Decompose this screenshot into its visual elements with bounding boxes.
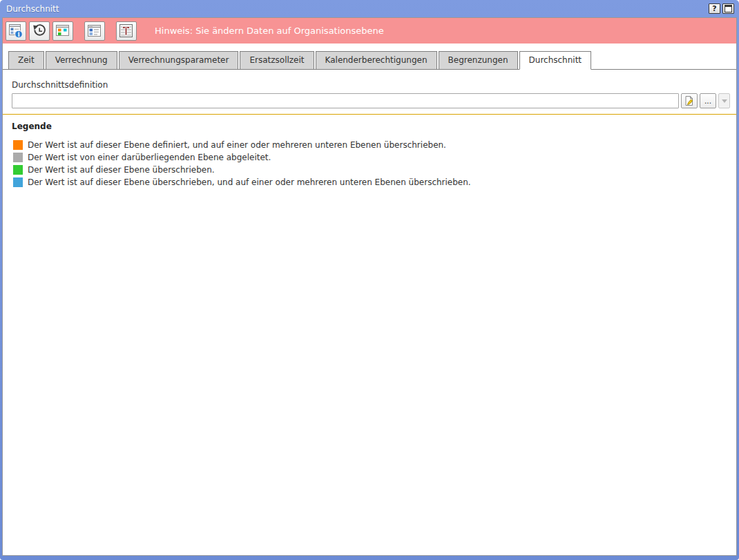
legend-item: Der Wert ist auf dieser Ebene überschrie… — [12, 177, 727, 187]
tab-ersatzsollzeit[interactable]: Ersatzsollzeit — [240, 51, 314, 70]
text-format-icon — [119, 23, 134, 39]
durchschnittsdefinition-row: ... — [12, 93, 730, 108]
app-window: Durchschnitt ? i — [0, 0, 739, 560]
empty-content-area — [3, 190, 736, 555]
form-section: Durchschnittsdefinition ... — [3, 70, 736, 108]
toolbar: i — [3, 18, 736, 44]
window-button[interactable] — [722, 3, 734, 14]
chevron-down-icon — [722, 99, 727, 103]
durchschnittsdefinition-label: Durchschnittsdefinition — [12, 80, 730, 90]
durchschnittsdefinition-input[interactable] — [12, 93, 679, 108]
edit-definition-button[interactable] — [681, 93, 698, 108]
org-info-icon: i — [8, 23, 23, 39]
legend-colors-button[interactable] — [52, 21, 73, 41]
restore-window-icon — [724, 5, 732, 12]
legend-text: Der Wert ist auf dieser Ebene überschrie… — [28, 165, 215, 175]
ellipsis-label: ... — [704, 96, 711, 106]
history-icon — [32, 23, 47, 39]
definition-dropdown-button[interactable] — [718, 93, 730, 108]
title-bar: Durchschnitt ? — [2, 0, 737, 17]
legend-text: Der Wert ist von einer darüberliegenden … — [28, 153, 271, 162]
edit-document-icon — [684, 95, 695, 106]
tab-verrechnung[interactable]: Verrechnung — [46, 51, 117, 70]
legend-heading: Legende — [12, 122, 727, 131]
master-detail-icon — [87, 23, 102, 39]
legend-swatch-gray — [13, 153, 23, 162]
legend-item: Der Wert ist von einer darüberliegenden … — [12, 153, 727, 162]
window-title: Durchschnitt — [6, 4, 707, 14]
tab-verrechnungsparameter[interactable]: Verrechnungsparameter — [119, 51, 239, 70]
legend-item: Der Wert ist auf dieser Ebene überschrie… — [12, 165, 727, 175]
main-panel: i — [2, 17, 737, 556]
org-info-button[interactable]: i — [6, 21, 26, 41]
tab-durchschnitt[interactable]: Durchschnitt — [519, 51, 592, 70]
legend-swatch-orange — [13, 140, 23, 150]
legend-section: Legende Der Wert ist auf dieser Ebene de… — [3, 115, 736, 190]
browse-definition-button[interactable]: ... — [700, 93, 716, 108]
tab-kalenderberechtigungen[interactable]: Kalenderberechtigungen — [316, 51, 437, 70]
master-detail-button[interactable] — [84, 21, 105, 41]
legend-colors-icon — [55, 23, 70, 39]
history-button[interactable] — [29, 21, 50, 41]
org-level-hint: Hinweis: Sie ändern Daten auf Organisati… — [155, 26, 384, 36]
legend-swatch-blue — [13, 177, 23, 187]
tab-zeit[interactable]: Zeit — [8, 51, 44, 70]
legend-swatch-green — [13, 165, 23, 175]
tab-begrenzungen[interactable]: Begrenzungen — [439, 51, 518, 70]
legend-text: Der Wert ist auf dieser Ebene definiert,… — [28, 140, 446, 150]
help-button[interactable]: ? — [709, 3, 720, 14]
tab-strip: Zeit Verrechnung Verrechnungsparameter E… — [3, 51, 736, 70]
legend-item: Der Wert ist auf dieser Ebene definiert,… — [12, 140, 727, 150]
text-format-button[interactable] — [116, 21, 137, 41]
help-icon: ? — [712, 4, 716, 13]
legend-text: Der Wert ist auf dieser Ebene überschrie… — [28, 177, 471, 187]
